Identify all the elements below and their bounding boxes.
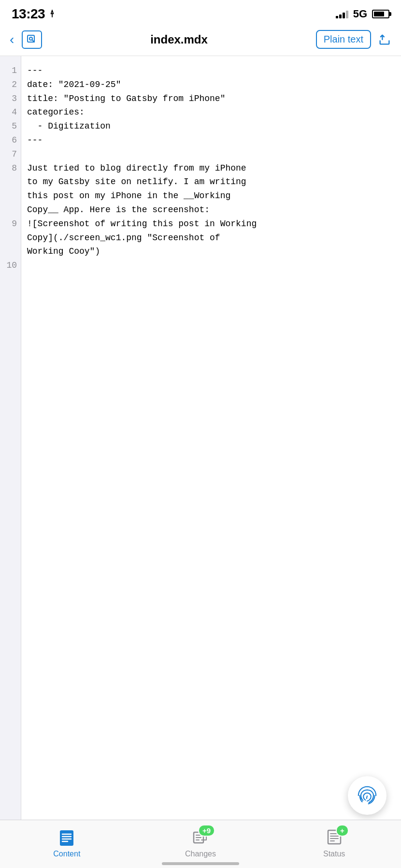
- content-icon-wrap: [56, 826, 77, 848]
- page-title: index.mdx: [42, 33, 315, 46]
- time-label: 13:23: [12, 6, 45, 22]
- content-icon: [58, 828, 75, 846]
- line-num-4: 4: [6, 105, 17, 119]
- nav-left: ‹: [10, 30, 42, 49]
- changes-icon-wrap: +9: [190, 826, 211, 848]
- changes-badge: +9: [198, 825, 215, 837]
- status-indicators: 5G: [336, 8, 389, 20]
- fingerprint-icon: [355, 783, 380, 808]
- search-button[interactable]: [22, 30, 42, 49]
- svg-point-1: [29, 37, 32, 40]
- line-num-5: 5: [6, 119, 17, 133]
- back-button[interactable]: ‹: [10, 33, 14, 46]
- line-num-2: 2: [6, 78, 17, 92]
- battery-icon: [372, 10, 389, 18]
- line-num-1: 1: [6, 64, 17, 78]
- plain-text-button[interactable]: Plain text: [316, 30, 371, 49]
- line-num-10: 10: [6, 259, 17, 273]
- home-indicator: [162, 862, 239, 865]
- line-numbers: 1 2 3 4 5 6 7 8 9 10: [0, 56, 21, 820]
- nav-right: Plain text: [316, 30, 391, 49]
- line-num-7: 7: [6, 147, 17, 161]
- status-tab-label: Status: [323, 850, 345, 858]
- tab-changes[interactable]: +9 Changes: [176, 826, 225, 858]
- tab-content[interactable]: Content: [43, 826, 91, 858]
- line-num-9: 9: [6, 217, 17, 231]
- signal-icon: [336, 10, 348, 18]
- tab-status[interactable]: + Status: [310, 826, 358, 858]
- status-bar: 13:23 5G: [0, 0, 401, 25]
- network-label: 5G: [353, 8, 367, 20]
- svg-rect-3: [60, 830, 73, 846]
- share-icon: [378, 33, 391, 46]
- line-num-6: 6: [6, 133, 17, 147]
- tab-bar: Content +9 Changes: [0, 820, 401, 868]
- editor-area[interactable]: 1 2 3 4 5 6 7 8 9 10 --- date: "2021-09-…: [0, 56, 401, 820]
- code-editor[interactable]: --- date: "2021-09-25" title: "Posting t…: [21, 56, 401, 820]
- fingerprint-button[interactable]: [348, 776, 387, 815]
- status-time: 13:23: [12, 6, 57, 22]
- status-icon-wrap: +: [324, 826, 345, 848]
- changes-tab-label: Changes: [185, 850, 216, 858]
- nav-bar: ‹ index.mdx Plain text: [0, 25, 401, 56]
- line-num-8: 8: [6, 161, 17, 175]
- line-num-3: 3: [6, 92, 17, 106]
- search-icon: [26, 34, 38, 45]
- status-badge: +: [336, 825, 349, 837]
- share-button[interactable]: [378, 33, 391, 46]
- code-text: --- date: "2021-09-25" title: "Posting t…: [27, 64, 395, 259]
- content-tab-label: Content: [53, 850, 80, 858]
- location-icon: [48, 10, 57, 18]
